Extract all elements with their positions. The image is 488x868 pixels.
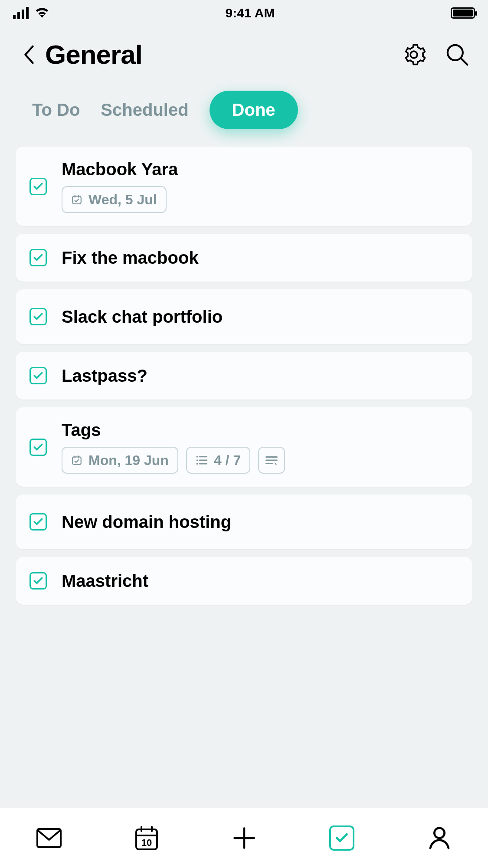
task-card[interactable]: Slack chat portfolio: [16, 289, 472, 344]
status-left: [13, 7, 49, 20]
task-checkbox[interactable]: [29, 572, 47, 590]
task-title: Slack chat portfolio: [62, 307, 223, 327]
back-button[interactable]: [16, 42, 42, 68]
task-card[interactable]: Macbook Yara Wed, 5 Jul: [16, 147, 472, 226]
svg-point-5: [197, 459, 198, 461]
svg-rect-13: [37, 829, 61, 847]
nav-calendar[interactable]: 10: [131, 822, 162, 854]
plus-icon: [233, 826, 256, 850]
svg-point-4: [197, 456, 198, 458]
task-card[interactable]: New domain hosting: [16, 495, 472, 549]
status-bar: 9:41 AM: [0, 0, 488, 26]
tab-todo[interactable]: To Do: [32, 100, 80, 120]
subtasks-chip[interactable]: 4 / 7: [186, 447, 250, 474]
search-icon: [445, 43, 469, 67]
check-icon: [33, 311, 44, 322]
check-icon: [33, 252, 44, 263]
svg-point-18: [434, 828, 444, 838]
task-checkbox[interactable]: [29, 513, 47, 531]
check-icon: [33, 181, 44, 192]
task-card[interactable]: Fix the macbook: [16, 234, 472, 282]
battery-icon: [451, 7, 475, 19]
check-icon: [33, 575, 44, 586]
svg-point-6: [197, 463, 198, 465]
task-checkbox[interactable]: [29, 249, 47, 266]
page-title: General: [45, 39, 399, 70]
calendar-day: 10: [141, 837, 151, 848]
tabs: To Do Scheduled Done: [0, 79, 488, 147]
task-list[interactable]: Macbook Yara Wed, 5 Jul Fix the macbook: [0, 147, 488, 605]
check-icon: [33, 370, 44, 381]
signal-icon: [13, 7, 29, 19]
header: General: [0, 26, 488, 79]
profile-icon: [427, 826, 452, 850]
inbox-icon: [36, 828, 62, 848]
tasks-icon: [329, 825, 354, 851]
task-title: Tags: [62, 420, 285, 440]
nav-inbox[interactable]: [33, 822, 65, 854]
task-title: New domain hosting: [62, 512, 231, 532]
date-chip[interactable]: Mon, 19 Jun: [62, 447, 178, 474]
tab-scheduled[interactable]: Scheduled: [101, 100, 188, 120]
note-icon: [265, 455, 278, 465]
list-icon: [196, 455, 208, 465]
svg-line-1: [461, 59, 467, 65]
status-time: 9:41 AM: [226, 6, 275, 20]
calendar-check-icon: [71, 455, 82, 466]
task-card[interactable]: Lastpass?: [16, 352, 472, 400]
chevron-left-icon: [23, 45, 35, 65]
svg-point-0: [448, 45, 463, 60]
task-card[interactable]: Maastricht: [16, 557, 472, 605]
wifi-icon: [35, 7, 49, 20]
check-icon: [33, 516, 44, 527]
settings-button[interactable]: [399, 39, 429, 70]
date-label: Mon, 19 Jun: [88, 452, 169, 468]
check-icon: [33, 442, 44, 453]
note-chip[interactable]: [258, 447, 285, 474]
tab-done[interactable]: Done: [210, 91, 298, 129]
task-title: Fix the macbook: [62, 248, 199, 268]
subtask-count: 4 / 7: [214, 452, 241, 468]
calendar-icon: 10: [134, 825, 159, 851]
nav-profile[interactable]: [424, 822, 455, 854]
task-title: Lastpass?: [62, 366, 147, 386]
nav-tasks[interactable]: [326, 822, 357, 854]
bottom-nav: 10: [0, 807, 488, 868]
gear-icon: [402, 43, 426, 66]
task-checkbox[interactable]: [29, 367, 47, 384]
task-checkbox[interactable]: [29, 439, 47, 456]
task-checkbox[interactable]: [29, 308, 47, 325]
svg-rect-2: [72, 196, 81, 203]
date-label: Wed, 5 Jul: [88, 192, 157, 208]
nav-add[interactable]: [229, 822, 260, 854]
task-checkbox[interactable]: [29, 178, 47, 195]
task-title: Maastricht: [62, 571, 148, 591]
task-title: Macbook Yara: [62, 160, 178, 179]
date-chip[interactable]: Wed, 5 Jul: [62, 186, 167, 213]
search-button[interactable]: [442, 39, 472, 70]
task-card[interactable]: Tags Mon, 19 Jun 4 / 7: [16, 407, 472, 487]
svg-rect-3: [72, 457, 81, 464]
calendar-check-icon: [71, 194, 82, 205]
